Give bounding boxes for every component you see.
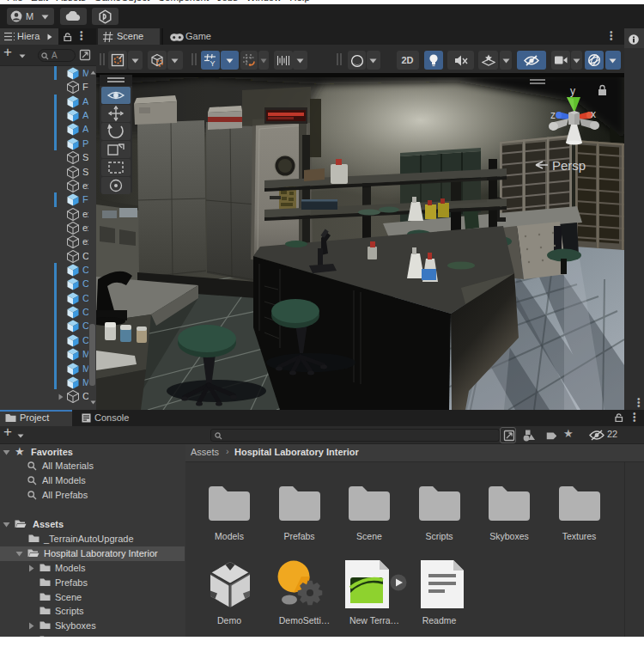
svg-text:y: y bbox=[570, 85, 575, 97]
svg-text:Persp: Persp bbox=[552, 158, 586, 173]
svg-text:z: z bbox=[550, 109, 556, 121]
svg-text:Y: Y bbox=[210, 59, 216, 67]
svg-text:x: x bbox=[591, 108, 596, 120]
